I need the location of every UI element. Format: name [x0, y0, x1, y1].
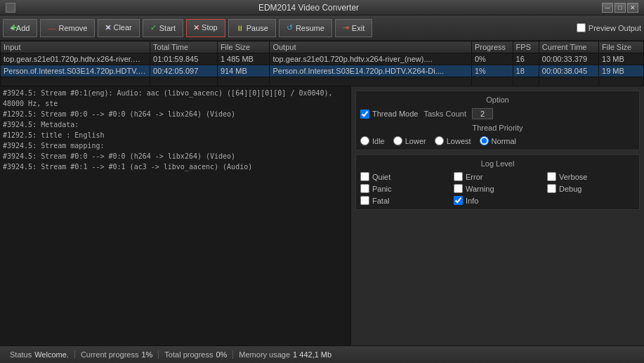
priority-lower-radio[interactable]	[393, 136, 402, 145]
add-button[interactable]: ✚ + Add	[3, 19, 37, 37]
log-level-item: Panic	[360, 184, 448, 193]
log-level-label-panic[interactable]: Panic	[372, 185, 392, 193]
log-level-label-error[interactable]: Error	[466, 173, 482, 181]
log-level-item: Fatal	[360, 196, 448, 205]
table-cell-empty	[539, 77, 598, 87]
log-level-label-debug[interactable]: Debug	[559, 185, 581, 193]
table-cell-empty	[1, 77, 150, 87]
priority-lower-label[interactable]: Lower	[405, 137, 426, 145]
table-cell: 1%	[472, 65, 513, 77]
priority-idle-radio[interactable]	[360, 136, 369, 145]
table-cell: 19 MB	[599, 65, 644, 77]
log-level-checkbox-info[interactable]	[454, 196, 463, 205]
table-row-empty	[1, 77, 644, 87]
current-progress-section: Current progress 1%	[75, 350, 159, 359]
title-bar-icon	[6, 3, 15, 13]
table-cell: top.gear.s21e01.720p.hdtv.x264-river_(ne…	[270, 53, 472, 65]
log-level-label-warning[interactable]: Warning	[466, 185, 494, 193]
exit-button[interactable]: ⇥ Exit	[335, 19, 372, 37]
memory-usage-label: Memory usage	[239, 350, 290, 359]
priority-normal-label[interactable]: Normal	[492, 137, 516, 145]
tasks-count-input[interactable]	[472, 108, 493, 119]
title-bar: EDM2014 Video Converter ─ □ ✕	[0, 0, 644, 15]
log-line: #3924.5: Metadata:	[3, 119, 348, 130]
table-row[interactable]: Person.of.Interest.S03E14.720p.HDTV.X...…	[1, 65, 644, 77]
log-level-item: Warning	[454, 184, 541, 193]
title-bar-title: EDM2014 Video Converter	[258, 3, 359, 13]
log-line: #1292.5: Stream #0:0 --> #0:0 (h264 -> l…	[3, 109, 348, 119]
log-level-item: Debug	[547, 184, 635, 193]
log-line: #1292.5: title : English	[3, 130, 348, 140]
log-level-checkbox-error[interactable]	[454, 172, 463, 181]
maximize-button[interactable]: □	[615, 3, 626, 13]
log-level-label-quiet[interactable]: Quiet	[372, 173, 390, 181]
preview-output-label[interactable]: Preview Output	[589, 24, 641, 32]
option-section: Option Thread Mode Tasks Count Thread Pr…	[355, 91, 640, 150]
col-output: Output	[270, 41, 472, 53]
status-value: Welcome.	[34, 350, 69, 359]
file-table: Input Total Time File Size Output Progre…	[0, 41, 644, 86]
log-level-checkbox-quiet[interactable]	[360, 172, 369, 181]
stop-button[interactable]: ✕ ✕ Stop	[186, 19, 225, 37]
pause-button[interactable]: ⏸ Pause	[228, 19, 276, 37]
priority-lowest-label[interactable]: Lowest	[447, 137, 471, 145]
table-cell: top.gear.s21e01.720p.hdtv.x264-river.mkv	[1, 53, 150, 65]
col-fps: FPS	[513, 41, 539, 53]
log-panel[interactable]: #3924.5: Stream #0:1(eng): Audio: aac (l…	[0, 86, 351, 345]
table-cell: 00:00:33.379	[539, 53, 598, 65]
log-level-section: Log Level QuietErrorVerbosePanicWarningD…	[355, 154, 640, 210]
start-button[interactable]: ✓ Start	[143, 19, 183, 37]
priority-normal-radio[interactable]	[480, 136, 489, 145]
thread-mode-row: Thread Mode Tasks Count	[360, 108, 635, 119]
log-level-checkbox-debug[interactable]	[547, 184, 556, 193]
log-level-item: Verbose	[547, 172, 635, 181]
log-level-checkbox-verbose[interactable]	[547, 172, 556, 181]
table-cell: 18	[513, 65, 539, 77]
current-progress-value: 1%	[141, 350, 152, 359]
resume-button[interactable]: ↺ Resume	[279, 19, 332, 37]
priority-lowest-radio[interactable]	[435, 136, 444, 145]
col-progress: Progress	[472, 41, 513, 53]
status-label: Status	[10, 350, 32, 359]
log-level-title: Log Level	[360, 159, 635, 168]
table-cell: 1 485 MB	[217, 53, 270, 65]
minimize-button[interactable]: ─	[602, 3, 613, 13]
memory-usage-section: Memory usage 1 442,1 Mb	[233, 350, 337, 359]
priority-idle-label[interactable]: Idle	[372, 137, 385, 145]
thread-mode-check: Thread Mode	[360, 110, 418, 119]
log-level-grid: QuietErrorVerbosePanicWarningDebugFatalI…	[360, 172, 635, 205]
status-section: Status Welcome.	[4, 350, 75, 359]
log-line: #3924.5: Stream #0:1(eng): Audio: aac (l…	[3, 88, 348, 109]
log-line: #3924.5: Stream mapping:	[3, 140, 348, 151]
remove-icon: —	[48, 24, 55, 32]
thread-mode-label[interactable]: Thread Mode	[372, 110, 418, 118]
resume-icon: ↺	[287, 23, 293, 32]
table-cell-empty	[270, 77, 472, 87]
current-progress-label: Current progress	[81, 350, 139, 359]
log-line: #3924.5: Stream #0:0 --> #0:0 (h264 -> l…	[3, 151, 348, 161]
clear-button[interactable]: ✕ ✕ Clear	[98, 19, 139, 37]
thread-priority-row: Idle Lower Lowest Normal	[360, 136, 635, 145]
table-row[interactable]: top.gear.s21e01.720p.hdtv.x264-river.mkv…	[1, 53, 644, 65]
thread-mode-checkbox[interactable]	[360, 110, 369, 119]
table-cell: 0%	[472, 53, 513, 65]
close-button[interactable]: ✕	[627, 3, 638, 13]
tasks-count-label: Tasks Count	[423, 110, 466, 118]
toolbar: ✚ + Add — Remove ✕ ✕ Clear ✓ Start ✕ ✕ S…	[0, 15, 644, 41]
log-level-label-fatal[interactable]: Fatal	[372, 197, 389, 205]
table-cell: Person.of.Interest.S03E14.720p.HDTV.X264…	[270, 65, 472, 77]
remove-button[interactable]: — Remove	[40, 19, 95, 37]
table-cell: 01:01:59.845	[150, 53, 218, 65]
preview-output-checkbox[interactable]	[577, 23, 586, 32]
table-cell-empty	[217, 77, 270, 87]
exit-icon: ⇥	[343, 23, 349, 32]
table-cell-empty	[472, 77, 513, 87]
log-level-label-info[interactable]: Info	[466, 197, 478, 205]
log-level-checkbox-panic[interactable]	[360, 184, 369, 193]
log-level-checkbox-fatal[interactable]	[360, 196, 369, 205]
log-level-label-verbose[interactable]: Verbose	[559, 173, 587, 181]
pause-icon: ⏸	[236, 24, 244, 32]
table-cell: 914 MB	[217, 65, 270, 77]
log-level-checkbox-warning[interactable]	[454, 184, 463, 193]
log-line: #3924.5: Stream #0:1 --> #0:1 (ac3 -> li…	[3, 161, 348, 172]
